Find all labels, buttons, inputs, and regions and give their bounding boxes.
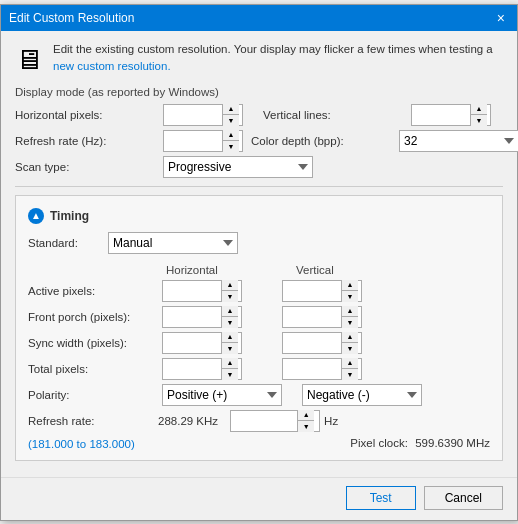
- refresh-rate-timing-label: Refresh rate:: [28, 415, 158, 427]
- horizontal-pixels-input[interactable]: 1920 ▲ ▼: [163, 104, 243, 126]
- sync-width-h-down[interactable]: ▼: [222, 343, 238, 354]
- polarity-h-select[interactable]: Positive (+) Negative (-): [162, 384, 282, 406]
- refresh-range-text: (181.000 to 183.000): [28, 438, 135, 450]
- horizontal-pixels-spinner[interactable]: ▲ ▼: [222, 104, 239, 126]
- horizontal-pixels-field[interactable]: 1920: [164, 105, 222, 125]
- active-pixels-h-cell: 1920 ▲ ▼: [158, 280, 278, 302]
- pixel-clock-label: Pixel clock:: [350, 437, 408, 449]
- color-depth-label: Color depth (bpp):: [251, 135, 391, 147]
- test-button[interactable]: Test: [346, 486, 416, 510]
- front-porch-h-input[interactable]: 48 ▲ ▼: [162, 306, 242, 328]
- info-bar: 🖥 Edit the existing custom resolution. Y…: [15, 41, 503, 76]
- front-porch-h-cell: 48 ▲ ▼: [158, 306, 278, 328]
- sync-width-label: Sync width (pixels):: [28, 337, 158, 349]
- total-pixels-v-up[interactable]: ▲: [342, 358, 358, 369]
- sync-width-v-cell: 5 ▲ ▼: [278, 332, 398, 354]
- sync-width-v-input[interactable]: 5 ▲ ▼: [282, 332, 362, 354]
- refresh-khz-value: 288.29 KHz: [158, 415, 218, 427]
- standard-select[interactable]: Manual CVT GTF: [108, 232, 238, 254]
- front-porch-v-field[interactable]: 3: [283, 307, 341, 327]
- refresh-rate-field[interactable]: 182: [164, 131, 222, 151]
- sync-width-v-field[interactable]: 5: [283, 333, 341, 353]
- display-mode-row2: Refresh rate (Hz): 182 ▲ ▼ Color depth (…: [15, 130, 503, 152]
- total-pixels-label: Total pixels:: [28, 363, 158, 375]
- horizontal-pixels-up[interactable]: ▲: [223, 104, 239, 115]
- front-porch-h-down[interactable]: ▼: [222, 317, 238, 328]
- sync-width-h-input[interactable]: 32 ▲ ▼: [162, 332, 242, 354]
- vertical-lines-field[interactable]: 1080: [412, 105, 470, 125]
- display-mode-section: Display mode (as reported by Windows) Ho…: [15, 86, 503, 178]
- display-mode-label: Display mode (as reported by Windows): [15, 86, 503, 98]
- refresh-hz-input[interactable]: 182.000 ▲ ▼: [230, 410, 320, 432]
- refresh-hz-field[interactable]: 182.000: [231, 411, 297, 431]
- pixel-clock-block: Pixel clock: 599.6390 MHz: [350, 436, 490, 450]
- sync-width-v-spinner[interactable]: ▲ ▼: [341, 332, 358, 354]
- sync-width-h-up[interactable]: ▲: [222, 332, 238, 343]
- total-pixels-v-input[interactable]: 1584 ▲ ▼: [282, 358, 362, 380]
- vertical-lines-label: Vertical lines:: [263, 109, 403, 121]
- active-pixels-h-down[interactable]: ▼: [222, 291, 238, 302]
- front-porch-h-up[interactable]: ▲: [222, 306, 238, 317]
- cancel-button[interactable]: Cancel: [424, 486, 503, 510]
- vertical-lines-up[interactable]: ▲: [471, 104, 487, 115]
- front-porch-h-spinner[interactable]: ▲ ▼: [221, 306, 238, 328]
- refresh-rate-label: Refresh rate (Hz):: [15, 135, 155, 147]
- refresh-rate-down[interactable]: ▼: [223, 141, 239, 152]
- total-pixels-h-up[interactable]: ▲: [222, 358, 238, 369]
- total-pixels-h-field[interactable]: 2080: [163, 359, 221, 379]
- standard-label: Standard:: [28, 237, 98, 249]
- dialog-body: 🖥 Edit the existing custom resolution. Y…: [1, 31, 517, 477]
- timing-section-header: ▲ Timing: [28, 208, 490, 224]
- active-pixels-v-spinner[interactable]: ▲ ▼: [341, 280, 358, 302]
- vertical-lines-down[interactable]: ▼: [471, 115, 487, 126]
- active-pixels-h-input[interactable]: 1920 ▲ ▼: [162, 280, 242, 302]
- color-depth-select[interactable]: 32: [399, 130, 518, 152]
- front-porch-v-cell: 3 ▲ ▼: [278, 306, 398, 328]
- vertical-lines-spinner[interactable]: ▲ ▼: [470, 104, 487, 126]
- front-porch-v-down[interactable]: ▼: [342, 317, 358, 328]
- sync-width-v-up[interactable]: ▲: [342, 332, 358, 343]
- refresh-rate-input[interactable]: 182 ▲ ▼: [163, 130, 243, 152]
- total-pixels-h-cell: 2080 ▲ ▼: [158, 358, 278, 380]
- total-pixels-v-down[interactable]: ▼: [342, 369, 358, 380]
- timing-section: ▲ Timing Standard: Manual CVT GTF Horizo…: [15, 195, 503, 461]
- scan-type-label: Scan type:: [15, 161, 155, 173]
- info-link[interactable]: new custom resolution.: [53, 60, 171, 72]
- total-pixels-h-down[interactable]: ▼: [222, 369, 238, 380]
- close-button[interactable]: ×: [493, 11, 509, 25]
- sync-width-h-field[interactable]: 32: [163, 333, 221, 353]
- total-pixels-h-spinner[interactable]: ▲ ▼: [221, 358, 238, 380]
- total-pixels-h-input[interactable]: 2080 ▲ ▼: [162, 358, 242, 380]
- active-pixels-v-up[interactable]: ▲: [342, 280, 358, 291]
- sync-width-h-spinner[interactable]: ▲ ▼: [221, 332, 238, 354]
- sync-width-v-down[interactable]: ▼: [342, 343, 358, 354]
- refresh-rate-spinner[interactable]: ▲ ▼: [222, 130, 239, 152]
- active-pixels-h-field[interactable]: 1920: [163, 281, 221, 301]
- active-pixels-v-field[interactable]: 1080: [283, 281, 341, 301]
- polarity-v-select[interactable]: Positive (+) Negative (-): [302, 384, 422, 406]
- front-porch-v-up[interactable]: ▲: [342, 306, 358, 317]
- front-porch-v-spinner[interactable]: ▲ ▼: [341, 306, 358, 328]
- active-pixels-row: Active pixels: 1920 ▲ ▼ 1080 ▲: [28, 280, 490, 302]
- vertical-lines-input[interactable]: 1080 ▲ ▼: [411, 104, 491, 126]
- active-pixels-v-input[interactable]: 1080 ▲ ▼: [282, 280, 362, 302]
- front-porch-row: Front porch (pixels): 48 ▲ ▼ 3 ▲: [28, 306, 490, 328]
- front-porch-h-field[interactable]: 48: [163, 307, 221, 327]
- timing-collapse-icon[interactable]: ▲: [28, 208, 44, 224]
- monitor-icon: 🖥: [15, 43, 43, 76]
- active-pixels-h-up[interactable]: ▲: [222, 280, 238, 291]
- refresh-hz-down[interactable]: ▼: [298, 421, 314, 432]
- refresh-hz-up[interactable]: ▲: [298, 410, 314, 421]
- total-pixels-v-spinner[interactable]: ▲ ▼: [341, 358, 358, 380]
- scan-type-select[interactable]: Progressive Interlaced: [163, 156, 313, 178]
- active-pixels-v-down[interactable]: ▼: [342, 291, 358, 302]
- bottom-buttons: Test Cancel: [1, 477, 517, 520]
- polarity-label: Polarity:: [28, 389, 158, 401]
- front-porch-v-input[interactable]: 3 ▲ ▼: [282, 306, 362, 328]
- total-pixels-v-field[interactable]: 1584: [283, 359, 341, 379]
- polarity-row: Polarity: Positive (+) Negative (-) Posi…: [28, 384, 490, 406]
- active-pixels-h-spinner[interactable]: ▲ ▼: [221, 280, 238, 302]
- refresh-rate-up[interactable]: ▲: [223, 130, 239, 141]
- refresh-hz-spinner[interactable]: ▲ ▼: [297, 410, 314, 432]
- horizontal-pixels-down[interactable]: ▼: [223, 115, 239, 126]
